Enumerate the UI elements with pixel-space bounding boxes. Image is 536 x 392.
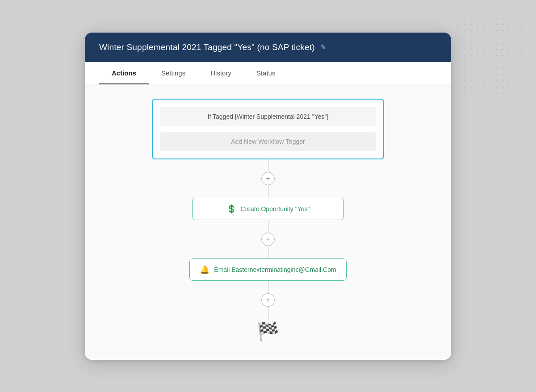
card-header: Winter Supplemental 2021 Tagged "Yes" (n… (85, 33, 451, 62)
add-step-button-3[interactable]: + (261, 293, 275, 307)
finish-flag-icon: 🏁 (257, 321, 279, 342)
connector-1: + (261, 159, 275, 198)
workflow-title: Winter Supplemental 2021 Tagged "Yes" (n… (99, 42, 315, 52)
action-2-label: Email Easternexterminatinginc@Gmail.Com (214, 266, 336, 273)
action-1-label: Create Opportunity "Yes" (241, 205, 310, 213)
tab-history[interactable]: History (198, 62, 244, 84)
trigger-condition: If Tagged [Winter Supplemental 2021 "Yes… (160, 107, 376, 126)
opportunity-icon: 💲 (226, 204, 236, 214)
page-wrapper: Winter Supplemental 2021 Tagged "Yes" (n… (0, 0, 536, 392)
add-trigger-button[interactable]: Add New Workflow Trigger (160, 132, 376, 151)
tab-status[interactable]: Status (244, 62, 288, 84)
trigger-box: If Tagged [Winter Supplemental 2021 "Yes… (152, 99, 384, 159)
add-step-button-1[interactable]: + (261, 172, 275, 185)
edit-title-icon[interactable]: ✎ (320, 43, 326, 51)
connector-line-5 (268, 281, 268, 293)
connector-2: + (261, 220, 275, 259)
card-body: If Tagged [Winter Supplemental 2021 "Yes… (85, 84, 451, 360)
email-icon: 🔔 (200, 265, 209, 275)
connector-line-1 (268, 159, 268, 172)
connector-3: + (261, 281, 275, 319)
action-node-1[interactable]: 💲 Create Opportunity "Yes" (192, 198, 344, 220)
tabs-bar: Actions Settings History Status (85, 62, 451, 84)
dot-grid-decoration (456, 9, 527, 98)
main-card: Winter Supplemental 2021 Tagged "Yes" (n… (85, 33, 451, 360)
action-node-2[interactable]: 🔔 Email Easternexterminatinginc@Gmail.Co… (189, 259, 346, 281)
connector-line-6 (268, 307, 268, 319)
tab-actions[interactable]: Actions (99, 62, 149, 84)
connector-line-4 (268, 246, 268, 259)
workflow-container: If Tagged [Winter Supplemental 2021 "Yes… (99, 99, 437, 342)
connector-line-2 (268, 185, 268, 198)
connector-line-3 (268, 220, 268, 233)
add-step-button-2[interactable]: + (261, 233, 275, 246)
tab-settings[interactable]: Settings (149, 62, 198, 84)
